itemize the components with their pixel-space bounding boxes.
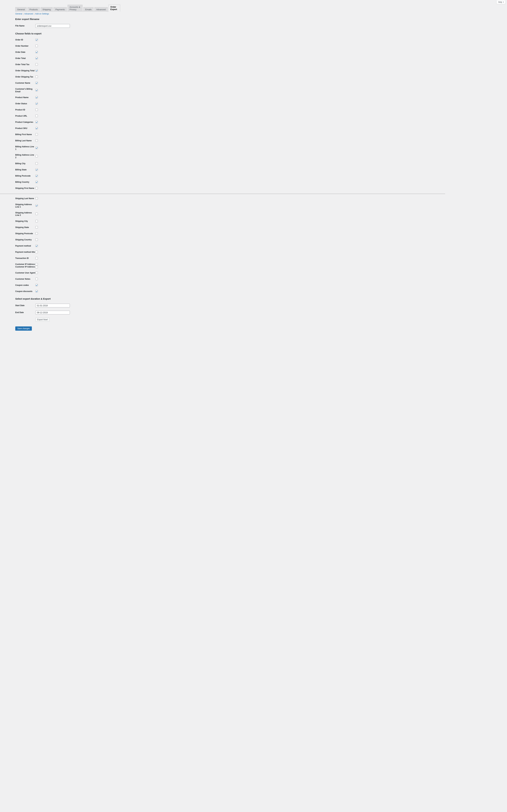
field-row: Shipping Address Line 1 xyxy=(15,202,120,210)
field-label: Product SKU xyxy=(15,127,36,130)
field-checkbox[interactable] xyxy=(36,197,38,200)
field-row: Shipping State xyxy=(15,225,120,231)
field-checkbox[interactable] xyxy=(36,63,38,66)
field-label: Shipping Address Line 1 xyxy=(15,203,36,208)
field-checkbox[interactable] xyxy=(36,220,38,222)
field-checkbox[interactable] xyxy=(36,115,38,117)
field-label: Order Status xyxy=(15,103,36,105)
field-label: Shipping Country xyxy=(15,239,36,241)
field-checkbox[interactable] xyxy=(36,89,38,91)
field-checkbox[interactable] xyxy=(36,139,38,142)
field-checkbox[interactable] xyxy=(36,51,38,53)
field-label: Product Categories xyxy=(15,121,36,124)
field-checkbox[interactable] xyxy=(36,278,38,280)
field-checkbox[interactable] xyxy=(36,226,38,229)
field-label: Customer User Agent xyxy=(15,272,36,274)
input-start-date[interactable] xyxy=(36,304,70,307)
field-checkbox[interactable] xyxy=(36,181,38,183)
subnav-advanced[interactable]: Advanced xyxy=(24,13,33,15)
field-checkbox[interactable] xyxy=(36,102,38,105)
field-checkbox[interactable] xyxy=(36,155,38,158)
field-checkbox[interactable] xyxy=(36,127,38,129)
field-row: Transaction ID xyxy=(15,255,120,261)
field-checkbox[interactable] xyxy=(36,169,38,171)
field-checkbox[interactable] xyxy=(36,147,38,149)
field-row: Order Shipping Tax xyxy=(15,74,120,80)
field-label: Shipping Last Name xyxy=(15,197,36,200)
field-checkbox[interactable] xyxy=(36,187,38,189)
tab-general[interactable]: General xyxy=(15,7,26,12)
field-label: Billing State xyxy=(15,169,36,171)
field-label: Billing Country xyxy=(15,181,36,184)
field-row: Customer User Agent xyxy=(15,270,120,276)
field-label: Shipping State xyxy=(15,226,36,229)
input-filename[interactable] xyxy=(36,24,70,28)
field-checkbox[interactable] xyxy=(36,45,38,47)
field-checkbox[interactable] xyxy=(36,232,38,235)
field-checkbox[interactable] xyxy=(36,162,38,165)
field-label: Customer Notes xyxy=(15,278,36,280)
field-row: Product SKU xyxy=(15,125,120,132)
input-end-date[interactable] xyxy=(36,311,70,314)
field-row: Order Status xyxy=(15,101,120,107)
field-checkbox[interactable] xyxy=(36,257,38,259)
field-checkbox[interactable] xyxy=(36,57,38,59)
label-filename: File Name xyxy=(15,25,36,27)
triangle-down-icon: ▼ xyxy=(503,1,504,3)
help-toggle[interactable]: Help ▼ xyxy=(496,0,506,4)
field-label: Billing City xyxy=(15,163,36,165)
tab-payments[interactable]: Payments xyxy=(53,7,67,12)
save-changes-button[interactable]: Save changes xyxy=(15,326,32,331)
tab-emails[interactable]: Emails xyxy=(83,7,94,12)
field-label: Billing Address Line 1 xyxy=(15,145,36,150)
tab-shipping[interactable]: Shipping xyxy=(41,7,53,12)
tab-products[interactable]: Products xyxy=(27,7,40,12)
tab-order-export[interactable]: Order Export xyxy=(109,5,120,12)
export-now-button[interactable]: Export Now! xyxy=(36,318,50,322)
field-checkbox[interactable] xyxy=(36,263,38,265)
field-checkbox[interactable] xyxy=(36,39,38,41)
tab-advanced[interactable]: Advanced xyxy=(94,7,108,12)
field-checkbox[interactable] xyxy=(36,69,38,72)
subnav-addon[interactable]: Add-on Settings xyxy=(35,13,49,15)
field-checkbox[interactable] xyxy=(36,266,38,268)
field-checkbox[interactable] xyxy=(36,133,38,136)
field-label: Order Number xyxy=(15,45,36,48)
field-row: Product ID xyxy=(15,107,120,113)
field-checkbox[interactable] xyxy=(36,75,38,78)
field-row: Product Name xyxy=(15,95,120,101)
field-label: Shipping First Name xyxy=(15,187,36,190)
field-label: Order Total Tax xyxy=(15,63,36,66)
field-checkbox[interactable] xyxy=(36,109,38,111)
field-checkbox[interactable] xyxy=(36,251,38,253)
field-row: Product URL xyxy=(15,113,120,119)
field-checkbox[interactable] xyxy=(36,204,38,207)
subnav-general[interactable]: General xyxy=(15,13,22,15)
field-checkbox[interactable] xyxy=(36,245,38,247)
field-label: Order Shipping Total xyxy=(15,69,36,72)
field-label: Order Date xyxy=(15,51,36,54)
help-label: Help xyxy=(498,1,502,3)
field-row: Payment method xyxy=(15,243,120,249)
field-checkbox[interactable] xyxy=(36,96,38,99)
field-checkbox[interactable] xyxy=(36,271,38,274)
field-row: Order Number xyxy=(15,43,120,49)
field-checkbox[interactable] xyxy=(36,212,38,215)
field-checkbox[interactable] xyxy=(36,238,38,241)
field-label: Customer's Billing Email xyxy=(15,88,36,93)
field-label: Transaction ID xyxy=(15,257,36,260)
field-row: Customer's Billing Email xyxy=(15,86,120,95)
field-label: Product ID xyxy=(15,109,36,111)
tab-accounts-privacy[interactable]: Accounts & Privacy xyxy=(68,5,82,12)
field-checkbox[interactable] xyxy=(36,175,38,177)
field-checkbox[interactable] xyxy=(36,284,38,286)
field-row: Product Categories xyxy=(15,119,120,125)
field-label: Billing Postcode xyxy=(15,175,36,177)
field-row: Billing Country xyxy=(15,179,120,185)
field-checkbox[interactable] xyxy=(36,121,38,123)
field-row: Billing State xyxy=(15,167,120,173)
field-row: Order Total Tax xyxy=(15,62,120,68)
field-checkbox[interactable] xyxy=(36,290,38,293)
field-row: Order ID xyxy=(15,37,120,43)
field-checkbox[interactable] xyxy=(36,82,38,84)
